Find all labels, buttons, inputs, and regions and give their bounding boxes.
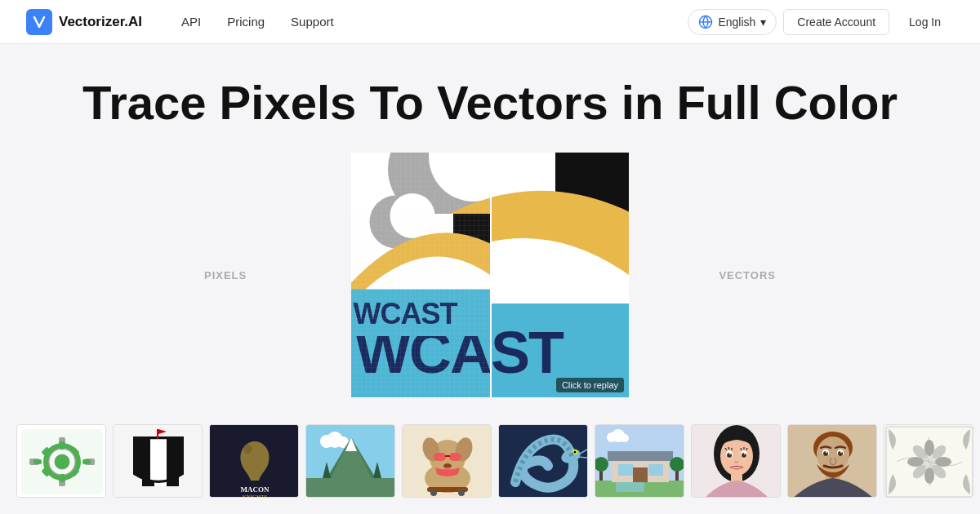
thumbnail-woman[interactable] xyxy=(691,424,781,498)
svg-rect-58 xyxy=(306,478,395,498)
divider-line xyxy=(490,153,492,397)
svg-rect-94 xyxy=(616,482,644,492)
login-button[interactable]: Log In xyxy=(896,10,954,34)
svg-line-79 xyxy=(577,457,587,458)
svg-point-119 xyxy=(826,451,827,453)
svg-point-118 xyxy=(838,451,843,456)
svg-point-73 xyxy=(458,490,465,496)
thumbnail-man[interactable] xyxy=(787,424,877,498)
page-title: Trace Pixels To Vectors in Full Color xyxy=(82,77,898,129)
svg-point-117 xyxy=(823,451,828,456)
svg-text:KNIGHTS: KNIGHTS xyxy=(243,494,268,498)
pixels-label: PIXELS xyxy=(204,268,247,281)
svg-point-102 xyxy=(742,453,746,458)
svg-point-120 xyxy=(840,451,842,453)
navbar: Vectorizer.AI API Pricing Support Englis… xyxy=(0,0,980,44)
vector-half: WCAST xyxy=(490,153,629,397)
svg-point-83 xyxy=(621,434,629,442)
language-label: English xyxy=(718,16,755,29)
pixel-half: WCAST xyxy=(351,153,490,397)
thumbnail-gear[interactable] xyxy=(16,424,106,498)
svg-rect-67 xyxy=(449,453,461,461)
svg-text:WCAST: WCAST xyxy=(490,320,564,385)
svg-rect-32 xyxy=(60,474,65,482)
thumbnail-floral[interactable] xyxy=(884,424,973,498)
svg-rect-13 xyxy=(351,214,490,336)
demo-image[interactable]: WCAST WCAST xyxy=(351,153,629,397)
svg-point-72 xyxy=(430,490,437,496)
logo[interactable]: Vectorizer.AI xyxy=(26,9,142,35)
thumbnail-dragon[interactable] xyxy=(498,424,588,498)
thumbnail-knights[interactable]: MACON KNIGHTS xyxy=(209,424,299,498)
svg-rect-88 xyxy=(648,464,663,476)
svg-point-103 xyxy=(729,453,731,454)
svg-rect-46 xyxy=(157,429,158,439)
nav-link-api[interactable]: API xyxy=(181,15,201,29)
svg-point-30 xyxy=(55,454,69,469)
svg-rect-89 xyxy=(633,467,648,482)
svg-point-101 xyxy=(727,453,732,458)
nav-link-pricing[interactable]: Pricing xyxy=(227,15,265,29)
nav-links: API Pricing Support xyxy=(181,15,688,29)
thumbnail-dog[interactable] xyxy=(402,424,492,498)
svg-point-104 xyxy=(744,453,746,454)
create-account-button[interactable]: Create Account xyxy=(783,9,889,35)
svg-rect-87 xyxy=(618,464,633,476)
logo-icon xyxy=(26,9,52,35)
demo-area: PIXELS WCAST xyxy=(180,148,800,401)
svg-rect-33 xyxy=(33,459,42,464)
globe-icon xyxy=(698,15,713,29)
vectors-label: VECTORS xyxy=(719,268,776,281)
svg-text:MACON: MACON xyxy=(241,485,270,494)
logo-text: Vectorizer.AI xyxy=(59,14,142,30)
svg-rect-66 xyxy=(434,453,446,461)
nav-right: English ▾ Create Account Log In xyxy=(688,9,954,35)
thumbnail-strip: MACON KNIGHTS xyxy=(0,424,980,498)
svg-rect-86 xyxy=(608,451,673,461)
nav-link-support[interactable]: Support xyxy=(291,15,334,29)
svg-point-77 xyxy=(574,450,577,453)
svg-rect-34 xyxy=(82,459,91,464)
language-button[interactable]: English ▾ xyxy=(688,9,777,35)
replay-badge[interactable]: Click to replay xyxy=(556,378,624,392)
main-content: Trace Pixels To Vectors in Full Color PI… xyxy=(0,44,980,498)
thumbnail-house[interactable] xyxy=(595,424,684,498)
chevron-down-icon: ▾ xyxy=(760,16,766,29)
thumbnail-newcastle[interactable] xyxy=(113,424,203,498)
svg-rect-68 xyxy=(445,455,450,457)
svg-rect-31 xyxy=(60,441,65,450)
svg-point-93 xyxy=(670,457,684,472)
thumbnail-mountain[interactable] xyxy=(305,424,395,498)
